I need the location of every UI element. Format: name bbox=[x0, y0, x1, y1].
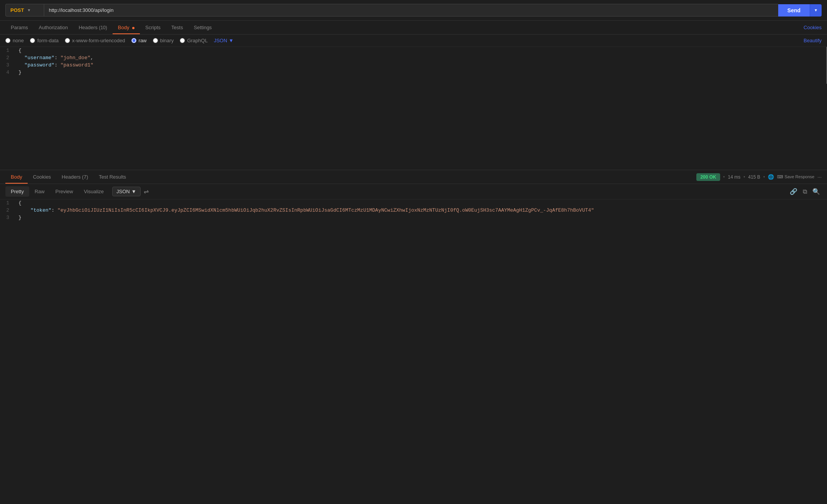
line-content: } bbox=[15, 69, 827, 76]
response-section: Body Cookies Headers (7) Test Results 20… bbox=[0, 170, 827, 225]
option-raw[interactable]: raw bbox=[131, 38, 147, 43]
table-row: 2 "token": "eyJhbGciOiJIUzI1NiIsInR5cCI6… bbox=[0, 207, 827, 214]
method-selector[interactable]: POST ▼ bbox=[5, 4, 44, 17]
line-number: 3 bbox=[0, 214, 15, 221]
tab-tests[interactable]: Tests bbox=[166, 21, 188, 34]
tab-authorization[interactable]: Authorization bbox=[33, 21, 73, 34]
table-row: 3 "password": "password1" bbox=[0, 61, 827, 69]
line-number: 2 bbox=[0, 54, 15, 61]
format-tab-raw[interactable]: Raw bbox=[29, 186, 50, 197]
line-number: 3 bbox=[0, 61, 15, 69]
option-form-data[interactable]: form-data bbox=[30, 38, 59, 43]
response-tab-test-results[interactable]: Test Results bbox=[93, 170, 131, 184]
format-tab-pretty[interactable]: Pretty bbox=[5, 186, 29, 197]
response-tab-cookies[interactable]: Cookies bbox=[28, 170, 56, 184]
tab-body[interactable]: Body bbox=[113, 21, 140, 34]
line-content: { bbox=[15, 199, 827, 207]
request-tabs-bar: Params Authorization Headers (10) Body S… bbox=[0, 21, 827, 35]
table-row: 4 } bbox=[0, 69, 827, 76]
code-lines: 1 { 2 "username": "john_doe", 3 "passwor… bbox=[0, 47, 827, 76]
response-format-bar: Pretty Raw Preview Visualize JSON ▼ ⇌ 🔗 … bbox=[0, 184, 827, 199]
response-tab-body[interactable]: Body bbox=[5, 170, 28, 184]
url-bar: POST ▼ Send ▼ bbox=[0, 0, 827, 21]
line-number: 2 bbox=[0, 207, 15, 214]
option-urlencoded[interactable]: x-www-form-urlencoded bbox=[65, 38, 125, 43]
app-container: POST ▼ Send ▼ Params Authorization Heade… bbox=[0, 0, 827, 504]
line-number: 1 bbox=[0, 199, 15, 207]
line-content: "token": "eyJhbGciOiJIUzI1NiIsInR5cCI6Ik… bbox=[15, 207, 827, 214]
response-format-selector[interactable]: JSON ▼ bbox=[112, 187, 141, 196]
response-code-lines: 1 { 2 "token": "eyJhbGciOiJIUzI1NiIsInR5… bbox=[0, 199, 827, 221]
line-content: "password": "password1" bbox=[15, 61, 827, 69]
beautify-button[interactable]: Beautify bbox=[804, 38, 822, 43]
save-response-button[interactable]: ⌨ Save Response bbox=[777, 174, 814, 179]
request-code-editor[interactable]: 1 { 2 "username": "john_doe", 3 "passwor… bbox=[0, 47, 827, 170]
headers-badge: (10) bbox=[99, 25, 107, 30]
line-content: } bbox=[15, 214, 827, 221]
response-time: 14 ms bbox=[728, 174, 741, 180]
table-row: 3 } bbox=[0, 214, 827, 221]
table-row: 1 { bbox=[0, 199, 827, 207]
globe-icon[interactable]: 🌐 bbox=[768, 174, 774, 180]
format-icons: 🔗 ⧉ 🔍 bbox=[788, 187, 822, 196]
body-dot bbox=[132, 27, 135, 29]
line-content: "username": "john_doe", bbox=[15, 54, 827, 61]
table-row: 2 "username": "john_doe", bbox=[0, 54, 827, 61]
search-icon[interactable]: 🔍 bbox=[811, 187, 822, 196]
json-format-selector[interactable]: JSON ▼ bbox=[214, 38, 234, 43]
send-dropdown-button[interactable]: ▼ bbox=[810, 4, 822, 17]
url-input[interactable] bbox=[44, 4, 778, 17]
response-size: 415 B bbox=[748, 174, 760, 180]
table-row: 1 { bbox=[0, 47, 827, 54]
format-tab-preview[interactable]: Preview bbox=[50, 186, 78, 197]
cookies-link[interactable]: Cookies bbox=[804, 21, 822, 34]
response-meta: 200 OK • 14 ms • 415 B • 🌐 ⌨ Save Respon… bbox=[696, 173, 822, 181]
tab-headers[interactable]: Headers (10) bbox=[73, 21, 113, 34]
response-tabs-bar: Body Cookies Headers (7) Test Results 20… bbox=[0, 170, 827, 184]
format-tab-visualize[interactable]: Visualize bbox=[78, 186, 109, 197]
line-number: 1 bbox=[0, 47, 15, 54]
method-text: POST bbox=[10, 7, 24, 13]
method-chevron-icon: ▼ bbox=[27, 8, 31, 12]
tab-settings[interactable]: Settings bbox=[188, 21, 217, 34]
copy-icon[interactable]: ⧉ bbox=[801, 187, 809, 196]
response-code-editor[interactable]: 1 { 2 "token": "eyJhbGciOiJIUzI1NiIsInR5… bbox=[0, 199, 827, 225]
line-content: { bbox=[15, 47, 827, 54]
response-tab-headers[interactable]: Headers (7) bbox=[56, 170, 94, 184]
option-graphql[interactable]: GraphQL bbox=[180, 38, 208, 43]
line-number: 4 bbox=[0, 69, 15, 76]
send-button[interactable]: Send bbox=[778, 4, 810, 17]
json-chevron-icon: ▼ bbox=[229, 38, 234, 43]
tab-scripts[interactable]: Scripts bbox=[140, 21, 166, 34]
format-chevron-icon: ▼ bbox=[131, 189, 136, 194]
option-binary[interactable]: binary bbox=[153, 38, 174, 43]
option-none[interactable]: none bbox=[5, 38, 24, 43]
more-options-icon[interactable]: ··· bbox=[817, 174, 822, 180]
wrap-icon[interactable]: ⇌ bbox=[144, 188, 149, 195]
body-options: none form-data x-www-form-urlencoded raw… bbox=[0, 35, 827, 47]
status-badge: 200 OK bbox=[696, 173, 720, 181]
tab-params[interactable]: Params bbox=[5, 21, 33, 34]
send-btn-group: Send ▼ bbox=[778, 4, 822, 17]
link-icon[interactable]: 🔗 bbox=[788, 187, 799, 196]
